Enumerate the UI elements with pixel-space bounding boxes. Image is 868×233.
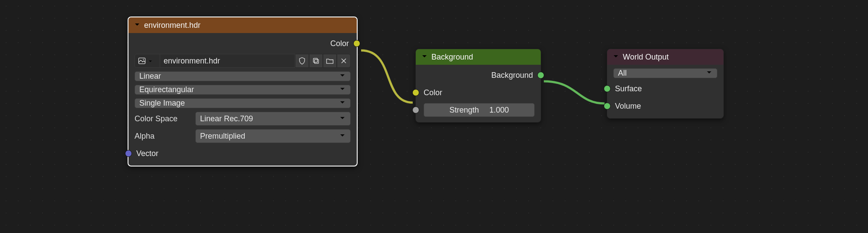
chevron-down-icon[interactable] (134, 21, 141, 30)
node-title: Background (431, 53, 473, 62)
strength-field[interactable]: Strength 1.000 (424, 103, 535, 117)
node-background[interactable]: Background Background Color Strength 1.0… (415, 49, 541, 123)
socket-vector-input[interactable] (125, 150, 132, 157)
folder-icon (326, 57, 334, 65)
chevron-down-icon[interactable] (421, 53, 428, 62)
output-background: Background (422, 68, 535, 82)
alpha-label: Alpha (135, 132, 191, 141)
input-volume: Volume (613, 99, 717, 113)
chevron-down-icon (339, 85, 346, 94)
socket-background-output[interactable] (537, 72, 544, 79)
socket-color-input[interactable] (412, 89, 419, 96)
unlink-image-button[interactable] (337, 54, 351, 68)
image-icon (138, 57, 146, 65)
image-datablock-selector[interactable] (135, 54, 160, 68)
chevron-down-icon (339, 99, 346, 108)
node-environment-texture[interactable]: environment.hdr Color environment.hdr (128, 17, 358, 166)
node-title: environment.hdr (144, 21, 201, 30)
svg-point-1 (143, 59, 144, 60)
chevron-down-icon[interactable] (612, 53, 619, 62)
input-vector: Vector (135, 146, 351, 160)
alpha-dropdown[interactable]: Premultiplied (195, 129, 351, 143)
duplicate-icon (312, 57, 320, 65)
node-world-output[interactable]: World Output All Surface Volume (607, 49, 724, 119)
open-image-button[interactable] (323, 54, 337, 68)
node-title: World Output (623, 53, 669, 62)
node-header[interactable]: Background (416, 49, 541, 65)
node-header[interactable]: World Output (607, 49, 723, 65)
node-header[interactable]: environment.hdr (128, 17, 357, 33)
image-name-field[interactable]: environment.hdr (160, 54, 295, 68)
socket-volume-input[interactable] (604, 103, 611, 110)
chevron-down-icon (706, 69, 713, 78)
projection-dropdown[interactable]: Equirectangular (135, 85, 351, 95)
socket-strength-input[interactable] (412, 107, 419, 113)
socket-surface-input[interactable] (604, 85, 611, 92)
source-dropdown[interactable]: Single Image (135, 98, 351, 108)
svg-rect-2 (315, 60, 319, 63)
chevron-down-icon (339, 72, 346, 81)
chevron-down-icon (148, 59, 153, 63)
shield-icon (298, 57, 306, 65)
color-space-label: Color Space (135, 114, 191, 123)
socket-color-output[interactable] (353, 40, 360, 47)
target-dropdown[interactable]: All (613, 68, 717, 78)
input-surface: Surface (613, 82, 717, 96)
chevron-down-icon (339, 132, 346, 141)
interpolation-dropdown[interactable]: Linear (135, 71, 351, 81)
output-color: Color (135, 37, 351, 50)
chevron-down-icon (339, 114, 346, 123)
svg-rect-3 (313, 58, 317, 62)
fake-user-button[interactable] (295, 54, 309, 68)
close-icon (339, 57, 348, 65)
new-image-button[interactable] (309, 54, 323, 68)
input-color: Color (422, 86, 535, 100)
color-space-dropdown[interactable]: Linear Rec.709 (195, 112, 351, 126)
